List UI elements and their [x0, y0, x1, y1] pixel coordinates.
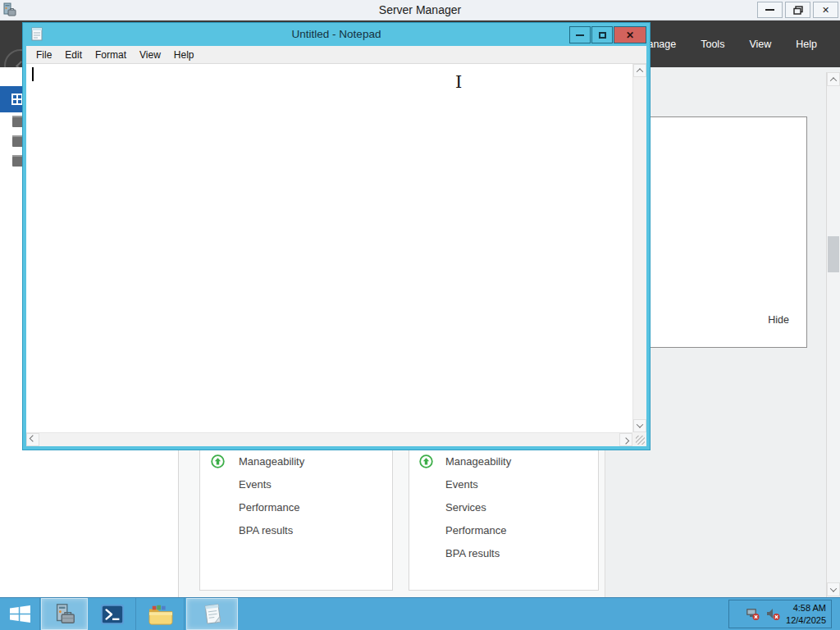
- tile-link-performance[interactable]: Performance: [445, 524, 506, 536]
- server-manager-icon: [52, 602, 77, 627]
- menu-format[interactable]: Format: [89, 47, 133, 63]
- scroll-up-button[interactable]: [827, 72, 840, 86]
- minimize-icon: [576, 34, 584, 36]
- tile-link-manageability[interactable]: Manageability: [239, 455, 304, 468]
- menu-help[interactable]: Help: [167, 47, 201, 63]
- taskbar-item-file-explorer[interactable]: [138, 598, 185, 630]
- windows-logo-icon: [9, 605, 31, 623]
- tile-link-manageability[interactable]: Manageability: [445, 455, 511, 468]
- restore-icon: [793, 6, 803, 15]
- window-controls: ✕: [757, 2, 838, 18]
- tile-link-bpa-results[interactable]: BPA results: [445, 547, 500, 559]
- minimize-button[interactable]: [757, 2, 783, 18]
- text-caret: [32, 67, 34, 81]
- scroll-right-button[interactable]: [619, 433, 632, 446]
- tray-date: 12/4/2025: [786, 614, 826, 627]
- folder-icon: [148, 603, 174, 626]
- menu-edit[interactable]: Edit: [58, 47, 89, 63]
- start-button[interactable]: [0, 598, 40, 630]
- status-up-icon: [419, 454, 433, 468]
- desktop: Server Manager ✕ Manage Tools View Help: [0, 0, 840, 630]
- notepad-menubar: File Edit Format View Help: [26, 46, 646, 64]
- notepad-window: Untitled - Notepad ✕ File Edit Format Vi…: [22, 22, 651, 450]
- taskbar-item-powershell[interactable]: [89, 598, 136, 630]
- close-button[interactable]: ✕: [813, 2, 838, 18]
- scroll-left-button[interactable]: [26, 433, 39, 446]
- volume-muted-icon[interactable]: [765, 607, 781, 621]
- minimize-icon: [765, 9, 774, 11]
- maximize-icon: [599, 32, 606, 39]
- menu-view[interactable]: View: [133, 47, 167, 63]
- powershell-icon: [100, 603, 125, 626]
- page-scrollbar[interactable]: [826, 72, 840, 597]
- network-status-icon[interactable]: [745, 607, 760, 621]
- ibeam-cursor: I: [455, 74, 462, 91]
- taskbar: 4:58 AM 12/4/2025: [0, 597, 840, 630]
- window-title: Server Manager: [0, 3, 840, 16]
- tile-link-events[interactable]: Events: [445, 478, 478, 491]
- close-icon: ✕: [626, 30, 634, 41]
- dashboard-icon: [11, 94, 23, 105]
- notepad-body: [26, 64, 646, 446]
- menu-file[interactable]: File: [30, 47, 58, 63]
- notepad-maximize-button[interactable]: [591, 26, 613, 43]
- tile-link-bpa-results[interactable]: BPA results: [239, 524, 293, 536]
- menu-view[interactable]: View: [747, 35, 773, 53]
- system-tray: 4:58 AM 12/4/2025: [728, 600, 832, 628]
- chevron-left-icon: [30, 435, 36, 441]
- tile-link-performance[interactable]: Performance: [239, 501, 299, 514]
- close-icon: ✕: [822, 5, 829, 16]
- server-manager-titlebar: Server Manager ✕: [0, 0, 840, 21]
- tile-link-services[interactable]: Services: [445, 501, 486, 514]
- status-up-icon: [211, 454, 225, 468]
- chevron-right-icon: [623, 437, 629, 444]
- taskbar-item-server-manager[interactable]: [41, 598, 88, 630]
- scroll-up-button[interactable]: [633, 64, 646, 77]
- scroll-down-button[interactable]: [827, 582, 840, 596]
- notepad-horizontal-scrollbar[interactable]: [26, 432, 632, 446]
- tray-time: 4:58 AM: [786, 602, 826, 614]
- chevron-down-icon: [830, 585, 837, 591]
- chevron-down-icon: [637, 421, 643, 427]
- notepad-text-area[interactable]: [26, 64, 632, 432]
- resize-grip[interactable]: [632, 432, 646, 446]
- notepad-minimize-button[interactable]: [569, 26, 591, 43]
- tile-link-events[interactable]: Events: [239, 478, 272, 491]
- scroll-down-button[interactable]: [633, 419, 646, 432]
- notepad-title: Untitled - Notepad: [23, 28, 650, 40]
- menu-help[interactable]: Help: [794, 35, 819, 53]
- hide-button[interactable]: Hide: [768, 314, 789, 326]
- taskbar-item-notepad[interactable]: [186, 598, 238, 630]
- taskbar-clock[interactable]: 4:58 AM 12/4/2025: [786, 602, 826, 627]
- menu-tools[interactable]: Tools: [699, 35, 726, 53]
- notepad-vertical-scrollbar[interactable]: [632, 64, 646, 432]
- chevron-up-icon: [637, 68, 643, 75]
- notepad-close-button[interactable]: ✕: [614, 26, 646, 43]
- chevron-up-icon: [830, 77, 837, 84]
- grip-icon: [636, 436, 645, 445]
- server-manager-menu: Manage Tools View Help: [637, 21, 819, 67]
- scrollbar-thumb[interactable]: [828, 236, 839, 272]
- notepad-icon: [200, 602, 225, 627]
- restore-button[interactable]: [785, 2, 810, 18]
